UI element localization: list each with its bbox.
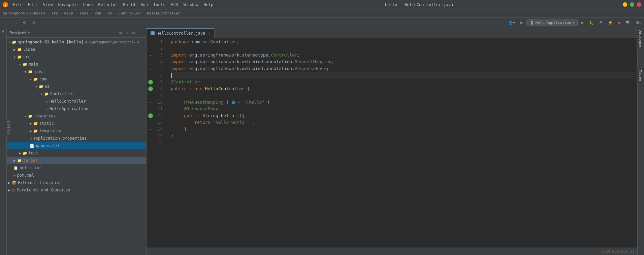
ln-6: 6 <box>157 72 165 79</box>
maximize-button[interactable] <box>630 2 634 7</box>
menu-edit[interactable]: Edit <box>26 2 40 8</box>
code-line-1: package com.ss.Controller; <box>171 38 635 45</box>
tree-item-main[interactable]: ▾ 📁 main <box>7 61 146 68</box>
breadcrumb-item-java[interactable]: java <box>79 11 89 15</box>
debug-button[interactable]: 🐛 <box>587 20 596 26</box>
tree-item-target[interactable]: ▶ 📁 target <box>7 157 146 164</box>
code-content[interactable]: package com.ss.Controller; import org.sp… <box>168 38 637 248</box>
coverage-button[interactable]: ☂ <box>597 20 605 26</box>
navigate-back-button[interactable]: ← <box>3 20 10 26</box>
profile-button[interactable]: ⚡ <box>606 20 615 26</box>
tree-item-idea[interactable]: ▶ 📁 .idea <box>7 46 146 53</box>
gutter-line-15 <box>147 133 155 139</box>
gutter-line-16 <box>147 139 155 146</box>
tree-item-iml[interactable]: 📋 hello.iml <box>7 164 146 172</box>
gutter-line-9 <box>147 92 155 99</box>
breadcrumb-item-src[interactable]: src <box>51 11 58 15</box>
panel-action-collapse[interactable]: ≡ <box>124 30 130 36</box>
sync-button[interactable]: ↺ <box>21 20 28 26</box>
ln-14: 14 <box>157 126 165 133</box>
tree-item-controller-folder[interactable]: ▾ 📁 Controller <box>7 90 146 98</box>
annotation-requestmapping: @RequestMapping <box>184 100 223 105</box>
tree-item-test[interactable]: ▶ 📁 test <box>7 149 146 157</box>
fold-icon-14[interactable]: ▸ <box>148 127 153 132</box>
menu-navigate[interactable]: Navigate <box>56 2 80 8</box>
menu-refactor[interactable]: Refactor <box>96 2 120 8</box>
breadcrumb: springboot-01-hello › src › main › java … <box>0 9 644 17</box>
maven-tab[interactable]: Maven <box>637 67 644 84</box>
git-button[interactable]: ⎇ <box>29 20 38 26</box>
panel-action-scope[interactable]: ⊕ <box>117 30 123 36</box>
tree-item-root[interactable]: ▾ 📁 springboot-01-hello [hello] D:\Sprin… <box>7 38 146 46</box>
user-button[interactable]: 👤▾ <box>506 20 517 26</box>
breadcrumb-item-project[interactable]: springboot-01-hello <box>3 11 45 15</box>
menu-file[interactable]: File <box>11 2 25 8</box>
breadcrumb-item-main[interactable]: main <box>64 11 73 15</box>
menu-run[interactable]: Run <box>138 2 150 8</box>
menu-build[interactable]: Build <box>121 2 137 8</box>
code-editor[interactable]: ▸ ▸ ✓ ✓ ▸ ✓ ▸ 1 2 3 4 <box>147 38 637 248</box>
tree-item-com[interactable]: ▾ 📁 com <box>7 75 146 83</box>
tab-hellocontroller[interactable]: J HelloController.java × <box>147 28 215 38</box>
menu-code[interactable]: Code <box>81 2 95 8</box>
libs-icon: 📦 <box>12 181 17 185</box>
fold-icon-5[interactable]: ▸ <box>148 66 153 71</box>
run-configuration[interactable]: 🍃 HelloApplication ▾ <box>526 20 578 26</box>
bottom-bar: CSDN @Object_IT <box>147 248 637 255</box>
project-tab-icon[interactable]: P <box>1 30 6 35</box>
menu-vcs[interactable]: VCS <box>169 2 180 8</box>
ln-16: 16 <box>157 139 165 146</box>
tree-item-java[interactable]: ▾ 📁 java <box>7 68 146 75</box>
expand-icon-scratches: ▶ <box>8 188 10 192</box>
java-icon-hellocontroller: ☕ <box>46 99 48 104</box>
close-button[interactable] <box>637 2 641 7</box>
tree-item-resources[interactable]: ▾ 📁 resources <box>7 112 146 120</box>
xml-icon: ⊛ <box>13 173 16 178</box>
properties-icon: ⚙ <box>30 136 32 141</box>
tree-item-templates[interactable]: ▶ 📁 templates <box>7 127 146 135</box>
tree-item-static[interactable]: ▶ 📁 static <box>7 120 146 127</box>
java-icon-helloapplication: ☕ <box>46 107 48 111</box>
tree-item-ext-libs[interactable]: ▶ 📦 External Libraries <box>7 179 146 186</box>
project-vertical-label[interactable]: Project <box>6 119 11 136</box>
expand-icon-src: ▾ <box>13 55 16 59</box>
tree-item-scratches[interactable]: ▶ 🗒 Scratches and Consoles <box>7 186 146 194</box>
gutter-line-1 <box>147 38 155 45</box>
menu-tools[interactable]: Tools <box>151 2 167 8</box>
tab-close-button[interactable]: × <box>208 31 211 36</box>
database-tab[interactable]: Database <box>637 27 644 50</box>
run-green-button[interactable]: ▶ <box>518 20 525 26</box>
breadcrumb-item-ss[interactable]: ss <box>108 11 112 15</box>
toolbar: ← → ↺ ⎇ 👤▾ ▶ 🍃 HelloApplication ▾ ▶ 🐛 ☂ … <box>0 17 644 28</box>
breadcrumb-item-controller[interactable]: Controller <box>119 11 141 15</box>
search-button[interactable]: 🔍 <box>624 20 633 26</box>
ln-12: 12 <box>157 112 165 119</box>
panel-dropdown-icon[interactable]: ▾ <box>28 31 30 35</box>
folder-icon-test: 📁 <box>23 151 27 155</box>
tree-item-hello-controller[interactable]: ☕ HelloController <box>7 98 146 105</box>
code-line-13: return "hello world!" ; <box>171 119 635 126</box>
gutter-check-12: ✓ <box>148 113 153 118</box>
breadcrumb-item-hellocontroller[interactable]: HelloController <box>147 11 180 15</box>
tree-item-pom[interactable]: ⊛ pom.xml <box>7 172 146 179</box>
gutter-check-8: ✓ <box>148 86 153 91</box>
navigate-forward-button[interactable]: → <box>12 20 20 26</box>
tree-item-banner[interactable]: 📄 banner.txt <box>7 142 146 149</box>
menu-view[interactable]: View <box>41 2 55 8</box>
fold-icon-3[interactable]: ▸ <box>148 53 153 58</box>
run-button[interactable]: ▶ <box>579 20 586 26</box>
tree-item-app-properties[interactable]: ⚙ application.properties <box>7 135 146 142</box>
fold-icon-10[interactable]: ▸ <box>148 100 153 105</box>
tree-item-hello-application[interactable]: ☕ HelloApplication <box>7 105 146 112</box>
panel-action-settings[interactable]: ⚙ <box>131 30 137 36</box>
tree-item-src[interactable]: ▾ 📁 src <box>7 53 146 61</box>
stop-button[interactable]: ■ <box>616 20 622 26</box>
breadcrumb-item-com[interactable]: com <box>95 11 101 15</box>
panel-action-close[interactable]: — <box>137 30 143 36</box>
code-import-4b: RequestMapping <box>295 59 332 64</box>
menu-help[interactable]: Help <box>201 2 215 8</box>
tree-item-ss[interactable]: ▾ 📁 ss <box>7 83 146 90</box>
menu-window[interactable]: Window <box>182 2 200 8</box>
minimize-button[interactable] <box>623 2 627 7</box>
code-type-12: String <box>202 113 218 118</box>
